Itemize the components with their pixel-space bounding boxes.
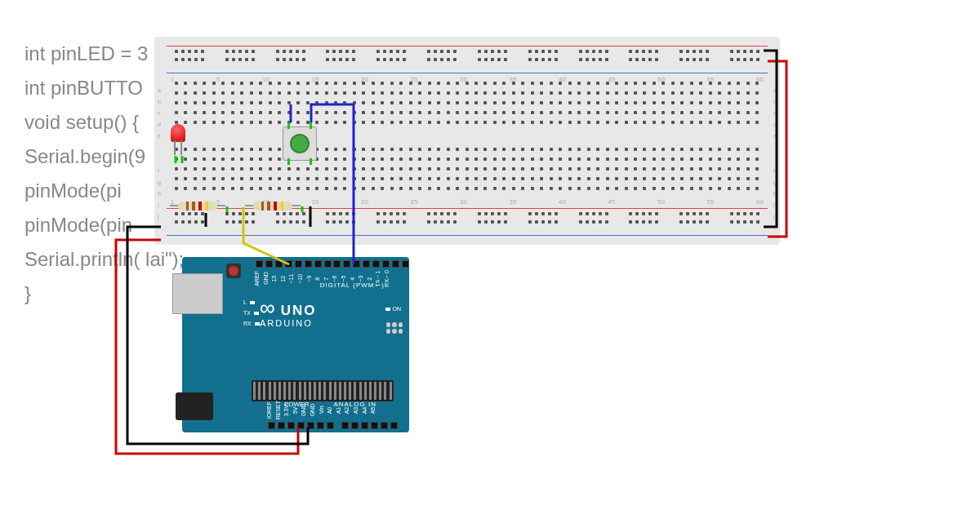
status-leds: L TX RX [243,299,260,326]
resistor-component[interactable] [253,202,292,210]
resistor-body-icon [178,202,217,210]
arduino-logo: ∞ UNO ARDUINO [260,302,317,328]
row-labels: abcdefghij [773,87,777,219]
led-body-icon [171,124,185,142]
code-line: Serial.println( lai"); [24,242,184,277]
reset-button[interactable] [226,264,241,278]
power-rail-bottom [167,206,768,238]
tie-points [167,82,768,200]
breadboard[interactable]: 151015202530354045505560 abcdefghij abcd… [154,37,780,245]
digital-header-right[interactable] [333,260,409,268]
power-rail-top [167,43,768,76]
usb-port-icon [172,273,223,314]
power-header[interactable] [268,422,334,429]
pushbutton-component[interactable] [283,126,317,161]
resistor-body-icon [253,202,292,210]
led-component[interactable] [171,124,185,142]
code-line: } [24,277,184,311]
on-led: ON [385,306,402,312]
bottom-pin-labels: IOREFRESET3.3V5VGNDGNDVinA0A1A2A3A4A5 [266,401,376,419]
digital-header-left[interactable] [256,260,332,268]
row-labels: abcdefghij [158,87,161,219]
icsp-header [386,322,403,334]
arduino-uno-board[interactable]: AREFGND1312~11~10~987~6~54~32TX→1RX←0 DI… [182,257,409,432]
digital-section-label: DIGITAL (PWM ~) [320,281,385,289]
atmega-chip-icon [252,380,394,401]
resistor-component[interactable] [178,202,217,210]
analog-header[interactable] [341,422,398,429]
power-jack-icon [176,392,213,420]
